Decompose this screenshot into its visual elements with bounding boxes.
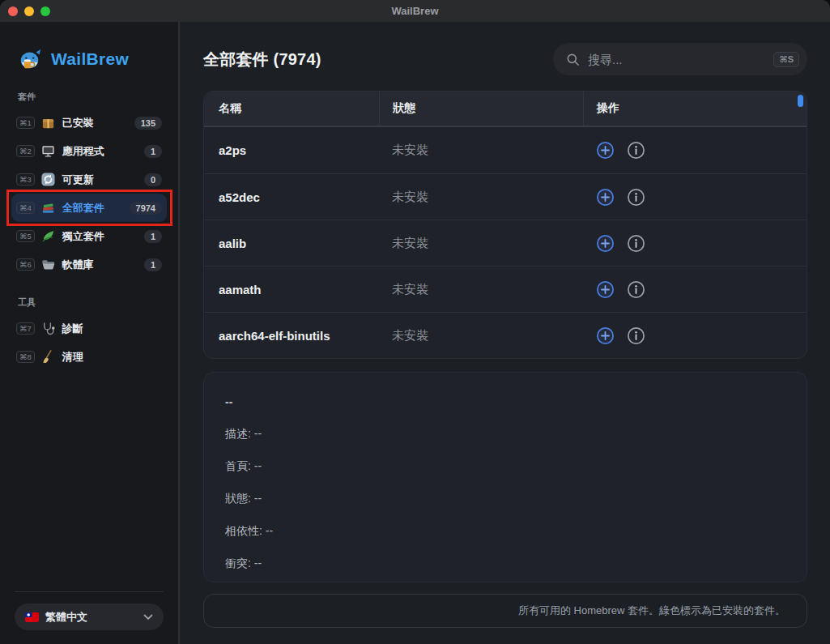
column-header-actions: 操作 xyxy=(583,92,807,126)
shortcut-badge: ⌘7 xyxy=(16,322,35,335)
shortcut-badge: ⌘8 xyxy=(16,351,35,363)
install-button[interactable] xyxy=(595,141,615,160)
package-table: 名稱 狀態 操作 a2ps 未安裝 xyxy=(203,91,807,359)
footer-note-panel: 所有可用的 Homebrew 套件。綠色標示為已安裝的套件。 xyxy=(203,594,807,628)
leaf-icon xyxy=(40,228,57,245)
section-label-packages: 套件 xyxy=(18,91,178,103)
scrollbar-thumb[interactable] xyxy=(798,95,803,107)
detail-line: 狀態: -- xyxy=(225,492,785,506)
app-window: WailBrew WailBrew xyxy=(0,0,830,644)
sidebar-item-label: 已安裝 xyxy=(62,116,129,130)
chevron-down-icon xyxy=(143,614,153,621)
table-row[interactable]: a2ps 未安裝 xyxy=(204,127,807,173)
shortcut-badge: ⌘5 xyxy=(16,230,35,242)
package-name: a52dec xyxy=(204,190,379,204)
folder-icon xyxy=(40,257,57,273)
titlebar: WailBrew xyxy=(0,0,830,22)
package-status: 未安裝 xyxy=(379,282,583,297)
package-name: aamath xyxy=(204,283,379,296)
package-name: aarch64-elf-binutils xyxy=(204,329,379,343)
install-button[interactable] xyxy=(595,187,615,207)
language-select[interactable]: 繁體中文 xyxy=(15,603,164,630)
sidebar-item-leaves[interactable]: ⌘5 獨立套件 1 xyxy=(11,222,167,250)
column-header-name[interactable]: 名稱 xyxy=(204,101,379,116)
section-label-tools: 工具 xyxy=(18,296,178,309)
main-content: 全部套件 (7974) ⌘S 名稱 狀態 操作 xyxy=(180,22,830,644)
sidebar-item-apps[interactable]: ⌘2 應用程式 1 xyxy=(11,137,167,165)
app-logo-row: WailBrew xyxy=(0,22,178,84)
sidebar: WailBrew 套件 ⌘1 已安裝 135 ⌘2 xyxy=(0,22,180,644)
sidebar-item-label: 全部套件 xyxy=(62,201,124,215)
detail-line: 首頁: -- xyxy=(225,459,785,474)
table-row[interactable]: aarch64-elf-binutils 未安裝 xyxy=(204,312,807,358)
count-badge: 1 xyxy=(144,145,162,158)
sidebar-item-label: 可更新 xyxy=(62,173,138,187)
books-icon xyxy=(40,200,57,216)
table-row[interactable]: a52dec 未安裝 xyxy=(204,173,807,220)
table-row[interactable]: aalib 未安裝 xyxy=(204,220,807,266)
install-button[interactable] xyxy=(595,233,615,253)
window-title: WailBrew xyxy=(0,5,830,17)
search-input[interactable] xyxy=(588,53,765,66)
install-button[interactable] xyxy=(595,326,615,345)
package-status: 未安裝 xyxy=(379,328,583,343)
sidebar-tools-list: ⌘7 診斷 ⌘8 清理 xyxy=(0,314,178,371)
stethoscope-icon xyxy=(40,321,57,337)
broom-icon xyxy=(40,349,57,365)
wailbrew-logo-icon xyxy=(18,47,42,71)
sidebar-item-label: 應用程式 xyxy=(62,144,138,159)
info-button[interactable] xyxy=(626,233,645,253)
shortcut-badge: ⌘1 xyxy=(16,117,35,129)
count-badge: 7974 xyxy=(130,202,162,215)
search-box[interactable]: ⌘S xyxy=(553,43,807,75)
count-badge: 1 xyxy=(144,230,162,243)
sidebar-item-label: 診斷 xyxy=(62,322,162,336)
shortcut-badge: ⌘2 xyxy=(16,145,35,157)
sidebar-item-label: 清理 xyxy=(62,350,162,365)
sidebar-item-label: 軟體庫 xyxy=(62,258,138,272)
refresh-icon xyxy=(40,172,57,188)
table-header: 名稱 狀態 操作 xyxy=(204,92,807,127)
app-name: WailBrew xyxy=(51,49,129,69)
shortcut-badge: ⌘4 xyxy=(16,202,35,214)
column-header-status[interactable]: 狀態 xyxy=(379,92,583,126)
package-icon xyxy=(40,115,57,131)
detail-line: 描述: -- xyxy=(225,427,785,441)
count-badge: 1 xyxy=(144,258,162,271)
package-status: 未安裝 xyxy=(379,236,583,251)
sidebar-item-label: 獨立套件 xyxy=(62,229,138,244)
page-title: 全部套件 (7974) xyxy=(203,49,321,70)
sidebar-package-list: ⌘1 已安裝 135 ⌘2 應用程式 1 xyxy=(0,109,178,279)
package-name: a2ps xyxy=(204,143,379,157)
package-status: 未安裝 xyxy=(379,190,583,205)
package-status: 未安裝 xyxy=(379,143,583,158)
sidebar-item-installed[interactable]: ⌘1 已安裝 135 xyxy=(11,109,167,137)
count-badge: 135 xyxy=(134,117,162,130)
shortcut-badge: ⌘3 xyxy=(16,173,35,186)
details-lines: 描述: -- 首頁: -- 狀態: -- 相依性: -- 衝突: -- xyxy=(225,427,785,571)
detail-line: 衝突: -- xyxy=(225,557,785,571)
install-button[interactable] xyxy=(595,279,615,299)
sidebar-item-updatable[interactable]: ⌘3 可更新 0 xyxy=(11,165,167,194)
count-badge: 0 xyxy=(144,173,162,186)
info-button[interactable] xyxy=(626,326,645,345)
sidebar-item-all-packages[interactable]: ⌘4 全部套件 7974 xyxy=(11,194,167,222)
detail-line: 相依性: -- xyxy=(225,524,785,539)
taiwan-flag-icon xyxy=(25,612,39,622)
search-shortcut-badge: ⌘S xyxy=(773,52,799,67)
table-row[interactable]: aamath 未安裝 xyxy=(204,266,807,312)
monitor-icon xyxy=(40,143,57,160)
info-button[interactable] xyxy=(626,187,645,207)
package-details-panel: -- 描述: -- 首頁: -- 狀態: -- 相依性: -- 衝突: -- xyxy=(203,372,807,582)
package-name: aalib xyxy=(204,237,379,250)
info-button[interactable] xyxy=(626,141,645,160)
footer-note: 所有可用的 Homebrew 套件。綠色標示為已安裝的套件。 xyxy=(518,603,785,618)
details-title: -- xyxy=(225,395,785,408)
info-button[interactable] xyxy=(626,279,645,299)
language-label: 繁體中文 xyxy=(45,610,87,625)
sidebar-item-diagnose[interactable]: ⌘7 診斷 xyxy=(11,314,167,343)
shortcut-badge: ⌘6 xyxy=(16,258,35,271)
sidebar-item-cleanup[interactable]: ⌘8 清理 xyxy=(11,343,167,371)
sidebar-item-repositories[interactable]: ⌘6 軟體庫 1 xyxy=(11,250,167,279)
table-body: a2ps 未安裝 xyxy=(204,127,807,358)
